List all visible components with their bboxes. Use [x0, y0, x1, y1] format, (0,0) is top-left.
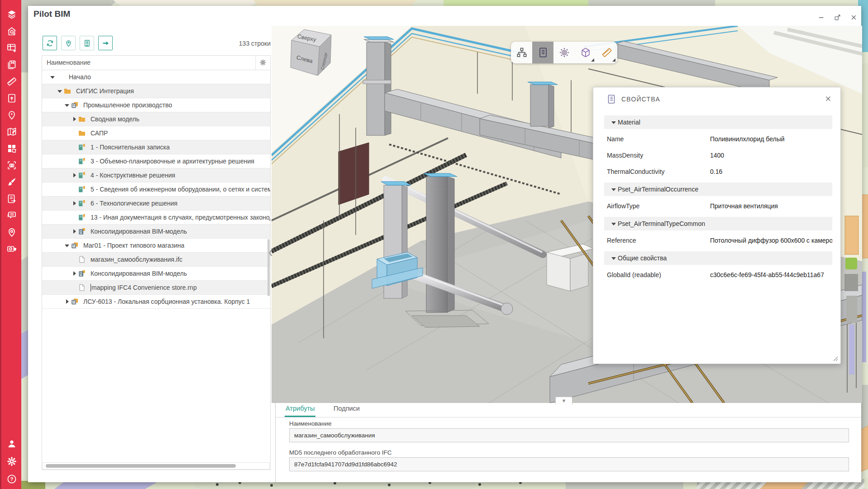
expander-open-icon[interactable]	[64, 101, 71, 109]
tree-item[interactable]: Начало	[42, 70, 270, 84]
resize-grip[interactable]	[832, 355, 838, 361]
tree-item-label: 6 - Технологические решения	[91, 200, 177, 207]
tree-item[interactable]: САПР	[42, 126, 270, 140]
tree-toolbar-building-list-icon[interactable]	[80, 36, 94, 50]
sidebar-help-icon[interactable]	[6, 474, 17, 484]
expander-open-icon[interactable]	[610, 254, 618, 262]
book-icon	[78, 158, 87, 165]
tree-item[interactable]: 1 - Пояснительная записка	[42, 140, 270, 154]
tree-toolbar-location-icon[interactable]	[61, 36, 76, 50]
expander-open-icon[interactable]	[57, 87, 64, 95]
tree-rows: НачалоСИГИС ИнтеграцияПромышленное произ…	[42, 70, 270, 309]
sidebar-brush-icon[interactable]	[6, 177, 17, 187]
tree-item[interactable]: 4 - Конструктивные решения	[42, 168, 270, 182]
viewport-gear-outline-icon[interactable]	[553, 42, 575, 63]
book-icon	[78, 186, 87, 193]
properties-panel-header[interactable]: СВОЙСТВА	[593, 87, 840, 111]
property-label: AirflowType	[604, 202, 710, 210]
expander-closed-icon[interactable]	[71, 228, 78, 235]
sidebar-pin-play-icon[interactable]	[6, 110, 17, 120]
restore-button[interactable]	[830, 10, 844, 24]
name-field-input[interactable]	[289, 428, 849, 442]
tree-item[interactable]: СИГИС Интеграция	[42, 84, 270, 98]
dropdown-corner-icon	[612, 58, 615, 62]
tree-item[interactable]: ЛСУ-6013 - Локальная сорбционная установ…	[42, 295, 270, 309]
viewport-hierarchy-icon[interactable]	[511, 42, 532, 63]
tree-item[interactable]: mapping IFC4 Convenience store.rnp	[42, 281, 270, 295]
expander-open-icon[interactable]	[610, 119, 618, 126]
bottom-panel-collapse-button[interactable]: ▼	[555, 397, 572, 404]
expander-closed-icon[interactable]	[71, 270, 78, 277]
properties-body: MaterialNameПоливинилхлорид белыйMassDen…	[593, 111, 840, 283]
panel-collapse-handle[interactable]: ❮	[268, 244, 273, 261]
tree-item-label: магазин_самообслуживания.ifc	[91, 256, 182, 263]
viewport-measure-icon[interactable]	[596, 42, 617, 63]
sidebar-grid-star-icon[interactable]	[6, 43, 17, 53]
sidebar-ruler-icon[interactable]	[6, 76, 17, 87]
book-icon	[78, 144, 87, 151]
expander-closed-icon[interactable]	[71, 115, 78, 123]
sidebar-map-edit-icon[interactable]	[6, 126, 17, 137]
viewport-properties-icon[interactable]	[532, 42, 553, 63]
tree-item-label: САПР	[91, 129, 108, 137]
sidebar-comments-icon[interactable]	[6, 210, 17, 221]
sidebar-house-search-icon[interactable]	[6, 26, 17, 37]
md5-field-input[interactable]	[289, 457, 849, 471]
tree-item[interactable]: 5 - Сведения об инженерном оборудовании,…	[42, 182, 270, 197]
sidebar-screenshot-icon[interactable]	[6, 160, 17, 171]
tree-item[interactable]: 6 - Технологические решения	[42, 197, 270, 211]
dropdown-corner-icon	[591, 58, 594, 62]
tree-panel: Наименование НачалоСИГИС ИнтеграцияПромы…	[42, 55, 271, 470]
sidebar-layers-icon[interactable]	[6, 9, 17, 20]
sidebar-camera-pin-icon[interactable]	[6, 244, 17, 254]
icon-placeholder	[57, 73, 66, 81]
expander-open-icon[interactable]	[610, 186, 618, 193]
tree-toolbar-arrow-right-icon[interactable]	[98, 36, 113, 50]
tree-item[interactable]: 3 - Объемно-планировочные и архитектурны…	[42, 154, 270, 168]
tree-item-label: 13 - Иная документация в случаях, предус…	[91, 214, 270, 221]
tree-item[interactable]: Консолидированная BIM-модель	[42, 267, 270, 281]
sidebar-doc-export-icon[interactable]	[6, 193, 17, 204]
folder-icon	[78, 129, 87, 137]
property-section-header[interactable]: Pset_AirTerminalTypeCommon	[604, 217, 832, 230]
property-section-title: Pset_AirTerminalTypeCommon	[618, 220, 705, 227]
sidebar-pages-icon[interactable]	[6, 59, 17, 70]
tree-horizontal-scrollbar[interactable]	[43, 462, 270, 470]
property-section-header[interactable]: Pset_AirTerminalOccurrence	[604, 182, 832, 196]
expander-closed-icon[interactable]	[64, 298, 71, 305]
sidebar-doc-upload-icon[interactable]	[6, 93, 17, 104]
minimize-button[interactable]	[814, 10, 828, 24]
close-button[interactable]	[847, 10, 860, 24]
name-field-label: Наименование	[289, 420, 332, 427]
viewport-cube-icon[interactable]	[575, 42, 596, 63]
tab-attributes[interactable]: Атрибуты	[285, 405, 315, 417]
expander-closed-icon[interactable]	[71, 172, 78, 179]
tree-toolbar-refresh-icon[interactable]	[43, 36, 57, 50]
md5-field-label: MD5 последнего обработанного IFC	[289, 449, 391, 456]
sidebar-settings-icon[interactable]	[6, 456, 17, 467]
sidebar-user-icon[interactable]	[6, 438, 17, 449]
expander-open-icon[interactable]	[610, 220, 618, 227]
tree-item[interactable]: магазин_самообслуживания.ifc	[42, 253, 270, 267]
expander-open-icon[interactable]	[64, 242, 71, 249]
expander-open-icon[interactable]	[49, 73, 57, 81]
tree-item[interactable]: Маг01 - Проект типового магазина	[42, 239, 270, 253]
expander-placeholder	[71, 214, 78, 221]
scrollbar-thumb[interactable]	[46, 464, 236, 468]
properties-close-icon[interactable]	[823, 94, 833, 104]
tree-item[interactable]: Консолидированная BIM-модель	[42, 225, 270, 239]
tree-item[interactable]: Промышленное производство	[42, 98, 270, 112]
bim-icon	[78, 270, 87, 277]
tree-item[interactable]: 13 - Иная документация в случаях, предус…	[42, 211, 270, 225]
tree-item[interactable]: Сводная модель	[42, 112, 270, 126]
property-section-header[interactable]: Общие свойства	[604, 251, 832, 265]
tree-settings-gear-icon[interactable]	[259, 59, 267, 66]
tree-item-label: Сводная модель	[91, 115, 139, 123]
properties-panel: СВОЙСТВА MaterialNameПоливинилхлорид бел…	[593, 87, 841, 364]
tab-signatures[interactable]: Подписи	[334, 405, 360, 417]
property-section-header[interactable]: Material	[604, 115, 832, 129]
sidebar-blocks-icon[interactable]	[6, 143, 17, 154]
sidebar-location-pin-icon[interactable]	[6, 227, 17, 238]
expander-closed-icon[interactable]	[71, 200, 78, 207]
tree-toolbar	[43, 36, 113, 50]
